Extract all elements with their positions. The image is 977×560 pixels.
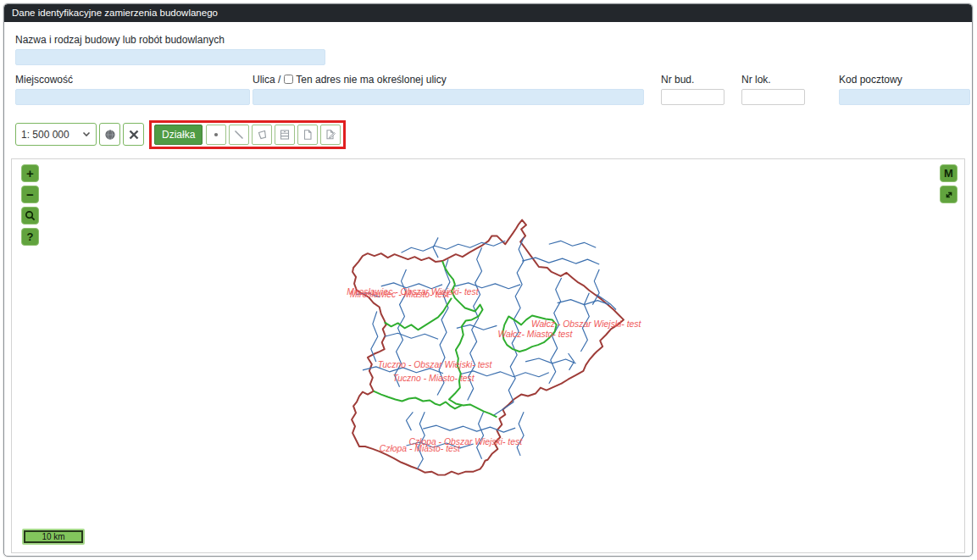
magnifier-icon <box>25 210 36 221</box>
ulica-label-prefix: Ulica / <box>253 74 280 86</box>
draw-point-button[interactable] <box>206 125 226 145</box>
zoom-search-button[interactable] <box>21 207 39 225</box>
map-region-label: Mirosławiec - Miasto- test <box>350 290 450 299</box>
kod-pocztowy-field: Kod pocztowy <box>839 74 970 105</box>
panel-title: Dane identyfikacyjne zamierzenia budowla… <box>4 4 972 22</box>
ulica-label: Ulica /Ten adres nie ma określonej ulicy <box>253 74 644 86</box>
map-region-label: Wałcz - Obszar Wiejski- test <box>531 319 642 329</box>
map-right-controls: M <box>940 164 958 207</box>
dzialka-button[interactable]: Działka <box>154 125 203 145</box>
map-toolbar: 1: 500 000 Działka <box>15 120 972 148</box>
chevron-down-icon <box>82 131 91 137</box>
draw-point-icon <box>210 129 222 141</box>
miejscowosc-field: Miejscowość <box>15 74 250 105</box>
fullscreen-button[interactable] <box>940 186 958 203</box>
map-area[interactable]: Mirosławiec - Obszar Wiejski- test Miros… <box>11 158 965 553</box>
document-button[interactable] <box>297 125 318 145</box>
clear-selection-button[interactable] <box>123 123 144 146</box>
scale-bar: 10 km <box>22 529 85 545</box>
nr-lok-input[interactable] <box>741 89 805 105</box>
map-region-label: Tuczno - Obszar Wiejski- test <box>378 360 493 369</box>
map-region-label: Wałcz- Miasto- test <box>497 330 573 339</box>
scale-bar-label: 10 km <box>24 530 83 543</box>
document-edit-icon <box>325 129 336 141</box>
no-street-label: Ten adres nie ma określonej ulicy <box>296 74 446 86</box>
m-mode-button[interactable]: M <box>940 164 958 182</box>
cabinet-button[interactable] <box>275 125 295 145</box>
miejscowosc-label: Miejscowość <box>15 74 250 86</box>
diagonal-arrow-icon <box>944 190 954 200</box>
ulica-input[interactable] <box>253 89 644 105</box>
map-canvas: Mirosławiec - Obszar Wiejski- test Miros… <box>12 159 964 552</box>
map-region-label: Tuczno - Miasto- test <box>393 374 475 383</box>
nr-lok-label: Nr lok. <box>741 74 805 86</box>
address-form: Nazwa i rodzaj budowy lub robót budowlan… <box>4 22 972 105</box>
nazwa-label: Nazwa i rodzaj budowy lub robót budowlan… <box>15 34 961 46</box>
construction-data-panel: Dane identyfikacyjne zamierzenia budowla… <box>3 3 973 557</box>
zoom-out-button[interactable]: − <box>21 186 39 203</box>
draw-line-icon <box>233 129 245 141</box>
scale-select[interactable]: 1: 500 000 <box>15 123 97 146</box>
nr-lok-field: Nr lok. <box>741 74 805 105</box>
draw-polygon-icon <box>256 129 268 141</box>
form-row-address: Miejscowość Ulica /Ten adres nie ma okre… <box>15 74 961 105</box>
nazwa-input[interactable] <box>15 49 325 65</box>
page: Dane identyfikacyjne zamierzenia budowla… <box>0 0 977 560</box>
map-region-label: Człopa - Miasto- test <box>380 444 461 453</box>
draw-polygon-button[interactable] <box>252 125 272 145</box>
nr-bud-field: Nr bud. <box>661 74 724 105</box>
dzialka-tools-highlight: Działka <box>149 120 346 149</box>
globe-icon <box>104 129 116 141</box>
ulica-field: Ulica /Ten adres nie ma określonej ulicy <box>253 74 644 105</box>
map-help-button[interactable]: ? <box>21 228 39 246</box>
form-row-name: Nazwa i rodzaj budowy lub robót budowlan… <box>15 34 961 65</box>
no-street-checkbox[interactable] <box>284 75 293 84</box>
cabinet-icon <box>279 129 291 141</box>
miejscowosc-input[interactable] <box>15 89 250 105</box>
nr-bud-input[interactable] <box>661 89 724 105</box>
kod-pocztowy-label: Kod pocztowy <box>839 74 970 86</box>
globe-button[interactable] <box>99 123 120 146</box>
parcel-boundaries <box>356 237 616 469</box>
nr-bud-label: Nr bud. <box>661 74 724 86</box>
document-edit-button[interactable] <box>320 125 341 145</box>
zoom-in-button[interactable]: + <box>21 164 39 182</box>
close-icon <box>129 130 139 140</box>
scale-select-value: 1: 500 000 <box>21 129 82 141</box>
map-zoom-controls: + − ? <box>21 164 39 249</box>
draw-line-button[interactable] <box>229 125 249 145</box>
document-icon <box>302 129 314 141</box>
kod-pocztowy-input[interactable] <box>839 89 970 105</box>
